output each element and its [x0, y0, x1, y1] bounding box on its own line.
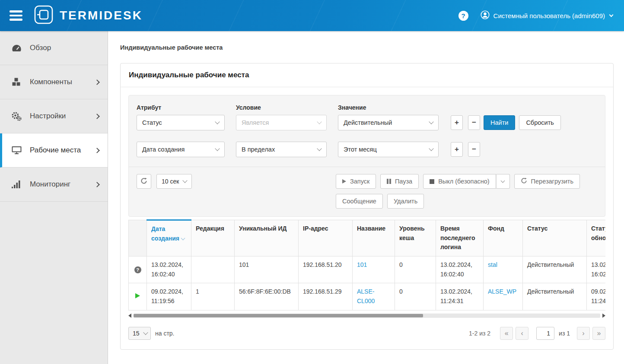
cell-last-login: 13.02.2024, 11:24:31 — [436, 283, 484, 310]
column-header-created[interactable]: Дата создания — [147, 220, 191, 256]
condition-label: Условие — [236, 104, 327, 111]
refresh-button[interactable] — [137, 174, 151, 189]
gears-icon — [11, 111, 23, 121]
column-header-edition[interactable]: Редакция — [191, 220, 235, 256]
scroll-right-icon[interactable] — [602, 313, 605, 318]
attribute-select-1[interactable]: Статус — [137, 115, 225, 130]
remove-filter-button-2[interactable]: − — [468, 142, 480, 157]
sidebar-item-monitoring[interactable]: Мониторинг — [0, 168, 108, 202]
pagination: 1-2 из 2 « ‹ из 1 › » — [469, 327, 605, 340]
value-label: Значение — [338, 104, 439, 111]
column-header-unique-id[interactable]: Уникальный ИД — [235, 220, 299, 256]
top-header: TERMIDESK ? Системный пользователь (admi… — [0, 0, 624, 31]
column-header-ip[interactable]: IP-адрес — [299, 220, 353, 256]
column-header-status[interactable]: Статус — [523, 220, 587, 256]
condition-select-2[interactable]: В пределах — [236, 142, 327, 157]
condition-field-2: В пределах — [236, 142, 327, 157]
workplace-name-link[interactable]: ALSE-CL000 — [353, 283, 395, 310]
column-header-status-icon — [129, 220, 147, 256]
cell-ip: 192.168.51.20 — [299, 256, 353, 283]
start-button[interactable]: Запуск — [336, 174, 376, 189]
attribute-field: Атрибут Статус — [137, 104, 225, 130]
page-input[interactable] — [536, 327, 554, 340]
header-right: ? Системный пользователь (admin609) — [458, 10, 613, 21]
table-row[interactable]: 09.02.2024, 11:19:56 1 56:6F:8F:6E:00:DB… — [129, 283, 606, 310]
attribute-select-2[interactable]: Дата создания — [137, 142, 225, 157]
scrollbar-thumb[interactable] — [134, 314, 423, 317]
range-label: 1-2 из 2 — [469, 330, 490, 337]
toolbar-left: 10 сек — [137, 174, 192, 189]
sort-descending-icon — [181, 236, 185, 240]
column-header-cache-level[interactable]: Уровень кеша — [395, 220, 436, 256]
cell-update-status: 09.02.2024, 11:24:31 — [587, 283, 606, 310]
cell-edition — [191, 256, 235, 283]
sidebar-item-overview[interactable]: Обзор — [0, 31, 108, 65]
chevron-right-icon — [94, 148, 100, 153]
sidebar-item-settings[interactable]: Настройки — [0, 99, 108, 133]
pause-button[interactable]: Пауза — [380, 174, 419, 189]
value-select-2[interactable]: Этот месяц — [338, 142, 439, 157]
condition-select-1[interactable]: Является — [236, 115, 327, 130]
last-page-button[interactable]: » — [592, 327, 605, 340]
chevron-down-icon — [317, 146, 322, 151]
cell-created: 09.02.2024, 11:19:56 — [147, 283, 191, 310]
reset-button[interactable]: Сбросить — [519, 115, 560, 130]
dashboard-icon — [11, 44, 23, 53]
pool-link[interactable]: stal — [484, 256, 523, 283]
page-size-select[interactable]: 15 — [128, 327, 151, 340]
user-icon — [481, 10, 490, 21]
column-header-last-login[interactable]: Время последнего логина — [436, 220, 484, 256]
scroll-left-icon[interactable] — [128, 313, 131, 318]
chevron-right-icon — [94, 114, 100, 119]
power-off-button[interactable]: Выкл (безопасно) — [423, 174, 496, 189]
power-off-options-button[interactable] — [496, 174, 510, 189]
menu-toggle-button[interactable] — [10, 9, 22, 22]
help-icon[interactable]: ? — [458, 11, 468, 21]
reboot-button[interactable]: Перезагрузить — [514, 174, 580, 189]
refresh-icon — [521, 177, 527, 185]
per-page-label: на стр. — [155, 330, 175, 337]
column-header-update-status[interactable]: Статус обновления — [587, 220, 606, 256]
cell-status: Действительный — [523, 283, 587, 310]
sidebar-item-components[interactable]: Компоненты — [0, 65, 108, 99]
remove-filter-button-1[interactable]: − — [468, 115, 480, 130]
bar-chart-icon — [11, 180, 23, 189]
value-field-2: Этот месяц — [338, 142, 439, 157]
value-select-1[interactable]: Действительный — [338, 115, 439, 130]
first-page-button[interactable]: « — [500, 327, 513, 340]
add-filter-button-1[interactable]: + — [451, 115, 463, 130]
horizontal-scrollbar[interactable] — [128, 313, 605, 319]
next-page-button[interactable]: › — [577, 327, 590, 340]
workplace-name-link[interactable]: 101 — [353, 256, 395, 283]
power-off-split-button: Выкл (безопасно) — [423, 174, 509, 189]
scrollbar-track[interactable] — [134, 313, 600, 318]
sidebar-item-workplaces[interactable]: Рабочие места — [0, 133, 108, 168]
table-row[interactable]: ? 13.02.2024, 16:02:40 101 192.168.51.20… — [129, 256, 606, 283]
add-filter-button-2[interactable]: + — [451, 142, 463, 157]
card-body: Атрибут Статус Условие Является — [121, 87, 613, 349]
toolbar-row-1: Запуск Пауза Выкл (безопасно) — [336, 174, 580, 189]
filters-section: Атрибут Статус Условие Является — [129, 95, 605, 167]
message-button[interactable]: Сообщение — [336, 194, 383, 209]
cell-created: 13.02.2024, 16:02:40 — [147, 256, 191, 283]
breadcrumb: Индивидуальные рабочие места — [120, 44, 614, 51]
prev-page-button[interactable]: ‹ — [516, 327, 528, 340]
play-icon — [342, 179, 346, 184]
sidebar-item-label: Настройки — [30, 112, 66, 120]
column-header-name[interactable]: Название — [353, 220, 395, 256]
cell-status: Действительный — [523, 256, 587, 283]
sidebar: Обзор Компоненты Нас — [0, 31, 108, 364]
stop-icon — [430, 179, 434, 184]
toolbar-right: Запуск Пауза Выкл (безопасно) — [336, 174, 580, 209]
find-button[interactable]: Найти — [484, 115, 515, 130]
sidebar-item-label: Рабочие места — [30, 146, 81, 155]
sidebar-item-label: Мониторинг — [30, 180, 70, 189]
column-header-pool[interactable]: Фонд — [484, 220, 523, 256]
monitor-icon — [11, 146, 23, 155]
pool-link[interactable]: ALSE_WP — [484, 283, 523, 310]
app-root: TERMIDESK ? Системный пользователь (admi… — [0, 0, 624, 364]
user-menu[interactable]: Системный пользователь (admin609) — [481, 10, 613, 21]
delete-button[interactable]: Удалить — [387, 194, 424, 209]
refresh-interval-select[interactable]: 10 сек — [156, 174, 192, 189]
workplaces-card: Индивидуальные рабочие места Атрибут Ста… — [120, 63, 614, 350]
